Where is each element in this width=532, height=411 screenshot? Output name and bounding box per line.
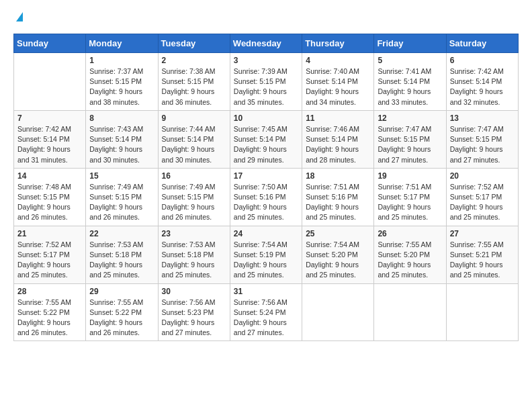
- calendar-day-cell: 21 Sunrise: 7:52 AMSunset: 5:17 PMDaylig…: [14, 226, 86, 283]
- day-info: Sunrise: 7:56 AMSunset: 5:24 PMDaylight:…: [234, 298, 298, 338]
- calendar-day-cell: 19 Sunrise: 7:51 AMSunset: 5:17 PMDaylig…: [374, 168, 446, 226]
- day-number: 31: [234, 287, 298, 296]
- day-number: 9: [162, 113, 226, 123]
- calendar-day-cell: 17 Sunrise: 7:50 AMSunset: 5:16 PMDaylig…: [230, 168, 302, 226]
- calendar-day-cell: 20 Sunrise: 7:52 AMSunset: 5:17 PMDaylig…: [446, 168, 518, 226]
- day-info: Sunrise: 7:49 AMSunset: 5:15 PMDaylight:…: [162, 182, 226, 223]
- day-info: Sunrise: 7:44 AMSunset: 5:14 PMDaylight:…: [162, 124, 226, 165]
- day-info: Sunrise: 7:55 AMSunset: 5:22 PMDaylight:…: [17, 298, 82, 338]
- calendar-day-cell: 13 Sunrise: 7:47 AMSunset: 5:15 PMDaylig…: [446, 110, 518, 168]
- weekday-header: Wednesday: [230, 34, 302, 53]
- day-info: Sunrise: 7:47 AMSunset: 5:15 PMDaylight:…: [450, 124, 515, 165]
- calendar-day-cell: 1 Sunrise: 7:37 AMSunset: 5:15 PMDayligh…: [86, 53, 158, 111]
- day-info: Sunrise: 7:55 AMSunset: 5:22 PMDaylight:…: [89, 298, 154, 338]
- calendar-day-cell: [14, 53, 86, 111]
- calendar-day-cell: 31 Sunrise: 7:56 AMSunset: 5:24 PMDaylig…: [230, 283, 302, 341]
- day-info: Sunrise: 7:37 AMSunset: 5:15 PMDaylight:…: [89, 66, 154, 107]
- day-number: 16: [162, 171, 226, 181]
- day-info: Sunrise: 7:48 AMSunset: 5:15 PMDaylight:…: [17, 182, 82, 223]
- day-info: Sunrise: 7:41 AMSunset: 5:14 PMDaylight:…: [378, 66, 442, 107]
- calendar-header-row: SundayMondayTuesdayWednesdayThursdayFrid…: [14, 34, 519, 53]
- day-info: Sunrise: 7:40 AMSunset: 5:14 PMDaylight:…: [306, 66, 370, 107]
- day-number: 21: [17, 229, 82, 238]
- calendar-day-cell: 8 Sunrise: 7:43 AMSunset: 5:14 PMDayligh…: [86, 110, 158, 168]
- day-number: 14: [17, 171, 82, 181]
- day-number: 2: [162, 56, 226, 65]
- calendar-day-cell: 10 Sunrise: 7:45 AMSunset: 5:14 PMDaylig…: [230, 110, 302, 168]
- calendar-day-cell: 7 Sunrise: 7:42 AMSunset: 5:14 PMDayligh…: [14, 110, 86, 168]
- day-info: Sunrise: 7:52 AMSunset: 5:17 PMDaylight:…: [17, 240, 82, 281]
- day-info: Sunrise: 7:43 AMSunset: 5:14 PMDaylight:…: [89, 124, 154, 165]
- day-info: Sunrise: 7:49 AMSunset: 5:15 PMDaylight:…: [89, 182, 154, 223]
- calendar-table: SundayMondayTuesdayWednesdayThursdayFrid…: [13, 34, 519, 341]
- calendar-week-row: 28 Sunrise: 7:55 AMSunset: 5:22 PMDaylig…: [14, 283, 519, 341]
- day-info: Sunrise: 7:39 AMSunset: 5:15 PMDaylight:…: [234, 66, 298, 107]
- calendar-day-cell: 23 Sunrise: 7:53 AMSunset: 5:18 PMDaylig…: [158, 226, 230, 283]
- day-info: Sunrise: 7:45 AMSunset: 5:14 PMDaylight:…: [234, 124, 298, 165]
- day-number: 25: [306, 229, 370, 238]
- day-number: 1: [89, 56, 154, 65]
- calendar-day-cell: 14 Sunrise: 7:48 AMSunset: 5:15 PMDaylig…: [14, 168, 86, 226]
- day-number: 30: [162, 287, 226, 296]
- page-header: [13, 13, 519, 23]
- day-info: Sunrise: 7:52 AMSunset: 5:17 PMDaylight:…: [450, 182, 515, 223]
- calendar-day-cell: 16 Sunrise: 7:49 AMSunset: 5:15 PMDaylig…: [158, 168, 230, 226]
- day-number: 13: [450, 113, 515, 123]
- day-number: 22: [89, 229, 154, 238]
- day-info: Sunrise: 7:38 AMSunset: 5:15 PMDaylight:…: [162, 66, 226, 107]
- day-number: 11: [306, 113, 370, 123]
- day-info: Sunrise: 7:46 AMSunset: 5:14 PMDaylight:…: [306, 124, 370, 165]
- day-number: 28: [17, 287, 82, 296]
- day-info: Sunrise: 7:42 AMSunset: 5:14 PMDaylight:…: [17, 124, 82, 165]
- weekday-header: Tuesday: [158, 34, 230, 53]
- weekday-header: Monday: [86, 34, 158, 53]
- weekday-header: Friday: [374, 34, 446, 53]
- calendar-day-cell: 26 Sunrise: 7:55 AMSunset: 5:20 PMDaylig…: [374, 226, 446, 283]
- weekday-header: Sunday: [14, 34, 86, 53]
- calendar-day-cell: 22 Sunrise: 7:53 AMSunset: 5:18 PMDaylig…: [86, 226, 158, 283]
- day-info: Sunrise: 7:56 AMSunset: 5:23 PMDaylight:…: [162, 298, 226, 338]
- calendar-day-cell: 3 Sunrise: 7:39 AMSunset: 5:15 PMDayligh…: [230, 53, 302, 111]
- calendar-day-cell: 27 Sunrise: 7:55 AMSunset: 5:21 PMDaylig…: [446, 226, 518, 283]
- calendar-day-cell: 29 Sunrise: 7:55 AMSunset: 5:22 PMDaylig…: [86, 283, 158, 341]
- calendar-day-cell: [446, 283, 518, 341]
- weekday-header: Saturday: [446, 34, 518, 53]
- calendar-week-row: 14 Sunrise: 7:48 AMSunset: 5:15 PMDaylig…: [14, 168, 519, 226]
- calendar-day-cell: 24 Sunrise: 7:54 AMSunset: 5:19 PMDaylig…: [230, 226, 302, 283]
- day-number: 29: [89, 287, 154, 296]
- day-number: 4: [306, 56, 370, 65]
- day-number: 6: [450, 56, 515, 65]
- calendar-day-cell: 9 Sunrise: 7:44 AMSunset: 5:14 PMDayligh…: [158, 110, 230, 168]
- day-number: 24: [234, 229, 298, 238]
- day-number: 17: [234, 171, 298, 181]
- calendar-day-cell: 15 Sunrise: 7:49 AMSunset: 5:15 PMDaylig…: [86, 168, 158, 226]
- logo: [13, 13, 23, 23]
- day-number: 8: [89, 113, 154, 123]
- day-info: Sunrise: 7:55 AMSunset: 5:21 PMDaylight:…: [450, 240, 515, 281]
- day-number: 26: [378, 229, 442, 238]
- day-info: Sunrise: 7:53 AMSunset: 5:18 PMDaylight:…: [89, 240, 154, 281]
- day-number: 12: [378, 113, 442, 123]
- day-number: 10: [234, 113, 298, 123]
- calendar-day-cell: 11 Sunrise: 7:46 AMSunset: 5:14 PMDaylig…: [302, 110, 374, 168]
- calendar-day-cell: 18 Sunrise: 7:51 AMSunset: 5:16 PMDaylig…: [302, 168, 374, 226]
- calendar-day-cell: 2 Sunrise: 7:38 AMSunset: 5:15 PMDayligh…: [158, 53, 230, 111]
- day-info: Sunrise: 7:50 AMSunset: 5:16 PMDaylight:…: [234, 182, 298, 223]
- day-info: Sunrise: 7:54 AMSunset: 5:20 PMDaylight:…: [306, 240, 370, 281]
- day-number: 27: [450, 229, 515, 238]
- day-info: Sunrise: 7:47 AMSunset: 5:15 PMDaylight:…: [378, 124, 442, 165]
- day-info: Sunrise: 7:55 AMSunset: 5:20 PMDaylight:…: [378, 240, 442, 281]
- calendar-day-cell: 6 Sunrise: 7:42 AMSunset: 5:14 PMDayligh…: [446, 53, 518, 111]
- day-info: Sunrise: 7:42 AMSunset: 5:14 PMDaylight:…: [450, 66, 515, 107]
- calendar-day-cell: [374, 283, 446, 341]
- calendar-day-cell: 30 Sunrise: 7:56 AMSunset: 5:23 PMDaylig…: [158, 283, 230, 341]
- day-info: Sunrise: 7:51 AMSunset: 5:16 PMDaylight:…: [306, 182, 370, 223]
- calendar-week-row: 7 Sunrise: 7:42 AMSunset: 5:14 PMDayligh…: [14, 110, 519, 168]
- day-info: Sunrise: 7:54 AMSunset: 5:19 PMDaylight:…: [234, 240, 298, 281]
- day-number: 18: [306, 171, 370, 181]
- day-number: 3: [234, 56, 298, 65]
- calendar-week-row: 21 Sunrise: 7:52 AMSunset: 5:17 PMDaylig…: [14, 226, 519, 283]
- calendar-day-cell: 28 Sunrise: 7:55 AMSunset: 5:22 PMDaylig…: [14, 283, 86, 341]
- day-info: Sunrise: 7:51 AMSunset: 5:17 PMDaylight:…: [378, 182, 442, 223]
- calendar-day-cell: [302, 283, 374, 341]
